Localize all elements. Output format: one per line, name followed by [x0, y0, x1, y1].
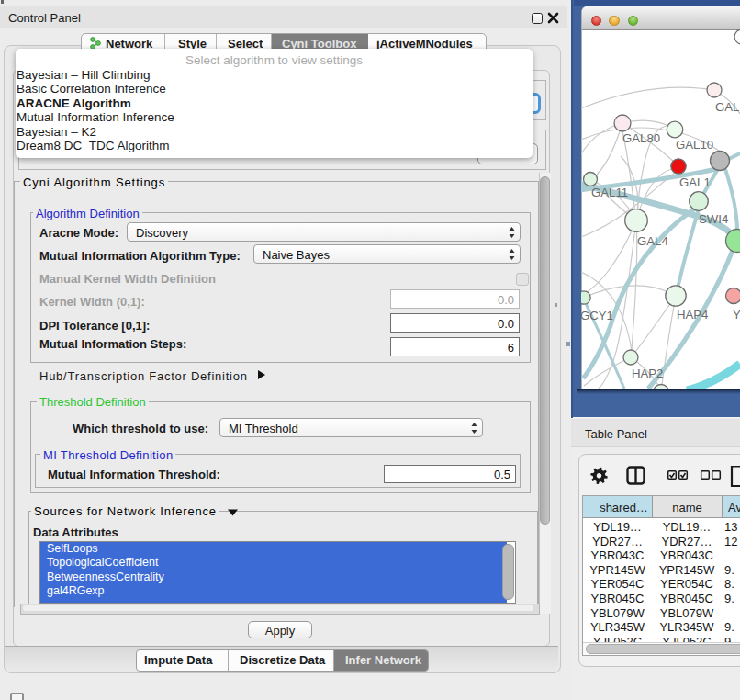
svg-text:HAP2: HAP2	[632, 367, 663, 380]
svg-text:SWI4: SWI4	[699, 212, 728, 226]
svg-text:GCY1: GCY1	[581, 309, 613, 322]
svg-text:GAL1: GAL1	[679, 175, 711, 189]
svg-text:GAL80: GAL80	[622, 131, 660, 145]
svg-text:GAL10: GAL10	[676, 138, 713, 152]
svg-text:GAL7: GAL7	[715, 100, 740, 114]
svg-text:GAL4: GAL4	[637, 234, 668, 248]
svg-text:GAL11: GAL11	[591, 186, 628, 199]
svg-text:HAP4: HAP4	[677, 308, 708, 322]
svg-text:Y: Y	[733, 308, 740, 322]
